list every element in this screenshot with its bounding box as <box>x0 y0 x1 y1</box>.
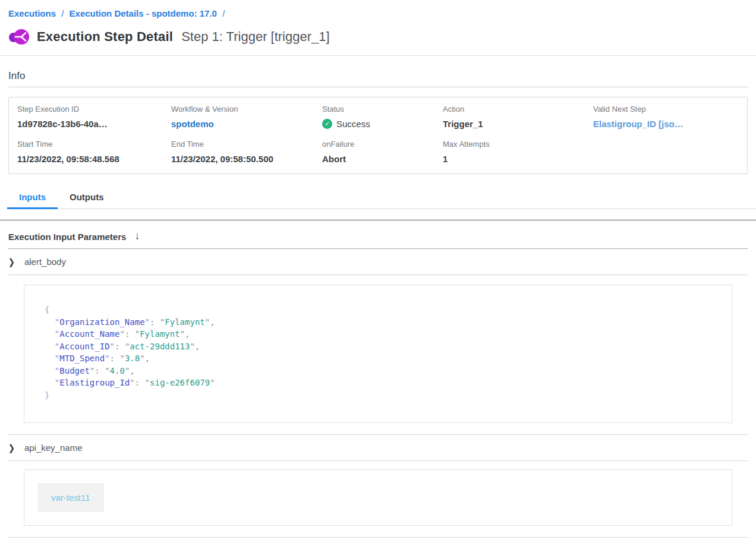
info-field-label: onFailure <box>322 140 443 149</box>
breadcrumb-link-execution-details[interactable]: Execution Details - spotdemo: 17.0 <box>70 8 217 18</box>
divider <box>8 460 748 461</box>
param-row-api-key-name[interactable]: ❯ api_key_name <box>0 435 756 460</box>
info-field-label: Workflow & Version <box>171 105 322 113</box>
title-row: Execution Step Detail Step 1: Trigger [t… <box>0 18 756 47</box>
info-field-label: Status <box>322 105 443 113</box>
info-field-status: Status ✓ Success <box>322 105 443 129</box>
breadcrumb: Executions / Execution Details - spotdem… <box>0 0 756 18</box>
info-heading-divider <box>8 87 748 87</box>
info-heading: Info <box>0 56 756 87</box>
info-field-max-attempts: Max Attempts 1 <box>443 140 593 164</box>
breadcrumb-separator: / <box>222 8 225 18</box>
info-field-value: 11/23/2022, 09:58:48.568 <box>17 154 171 164</box>
info-field-valid-next-step: Valid Next Step Elastigroup_ID [jso… <box>593 105 739 129</box>
info-field-label: Action <box>443 105 593 113</box>
chevron-right-icon: ❯ <box>8 443 15 453</box>
param-name: alert_body <box>24 257 66 267</box>
tab-outputs[interactable]: Outputs <box>58 187 116 209</box>
info-field-end-time: End Time 11/23/2022, 09:58:50.500 <box>171 140 322 164</box>
info-field-action: Action Trigger_1 <box>443 105 593 129</box>
breadcrumb-separator: / <box>61 8 64 18</box>
param-row-api-key-value[interactable]: ❯ api_key_value <box>0 538 756 546</box>
download-arrow-icon[interactable]: ↓ <box>134 231 140 242</box>
alert-body-json-code: { "Organization_Name": "Fylamynt", "Acco… <box>24 285 732 422</box>
divider <box>8 274 748 275</box>
info-field-start-time: Start Time 11/23/2022, 09:58:48.568 <box>17 140 171 164</box>
execution-input-parameters-heading: Execution Input Parameters <box>8 232 126 242</box>
execution-step-detail-page: Executions / Execution Details - spotdem… <box>0 0 756 546</box>
status-badge: ✓ Success <box>322 119 443 129</box>
info-field-value: Trigger_1 <box>443 119 593 129</box>
workflow-logo-icon <box>8 27 30 47</box>
breadcrumb-link-executions[interactable]: Executions <box>8 8 56 18</box>
info-field-label: Step Execution ID <box>17 105 171 113</box>
page-title: Execution Step Detail <box>37 29 173 45</box>
info-field-onfailure: onFailure Abort <box>322 140 443 164</box>
param-row-alert-body[interactable]: ❯ alert_body <box>0 249 756 274</box>
info-field-value: 1 <box>443 154 593 164</box>
info-field-step-execution-id: Step Execution ID 1d97828c-13b6-40a… <box>17 105 171 129</box>
info-field-workflow-version: Workflow & Version spotdemo <box>171 105 322 129</box>
info-card: Step Execution ID 1d97828c-13b6-40a… Wor… <box>8 97 748 174</box>
status-text: Success <box>336 119 370 129</box>
page-subtitle: Step 1: Trigger [trigger_1] <box>181 29 329 45</box>
workflow-link[interactable]: spotdemo <box>171 119 322 129</box>
info-field-value: 11/23/2022, 09:58:50.500 <box>171 154 322 164</box>
chevron-right-icon: ❯ <box>8 257 15 267</box>
info-field-label: End Time <box>171 140 322 149</box>
valid-next-step-link[interactable]: Elastigroup_ID [jso… <box>593 119 739 129</box>
api-key-name-value-card: var-test11 <box>24 469 732 526</box>
param-name: api_key_name <box>24 443 83 453</box>
execution-input-parameters-header: Execution Input Parameters ↓ <box>0 221 756 248</box>
success-check-icon: ✓ <box>322 119 332 129</box>
tab-bar: Inputs Outputs <box>7 187 756 209</box>
alert-body-json-card: { "Organization_Name": "Fylamynt", "Acco… <box>24 285 732 423</box>
info-field-value: Abort <box>322 154 443 164</box>
info-field-label: Valid Next Step <box>593 105 739 113</box>
info-field-label: Max Attempts <box>443 140 593 149</box>
info-field-value: 1d97828c-13b6-40a… <box>17 119 171 129</box>
info-grid: Step Execution ID 1d97828c-13b6-40a… Wor… <box>17 105 739 164</box>
tab-inputs[interactable]: Inputs <box>7 187 58 209</box>
info-field-empty <box>593 140 739 164</box>
info-field-label: Start Time <box>17 140 171 149</box>
api-key-name-chip: var-test11 <box>37 483 104 512</box>
